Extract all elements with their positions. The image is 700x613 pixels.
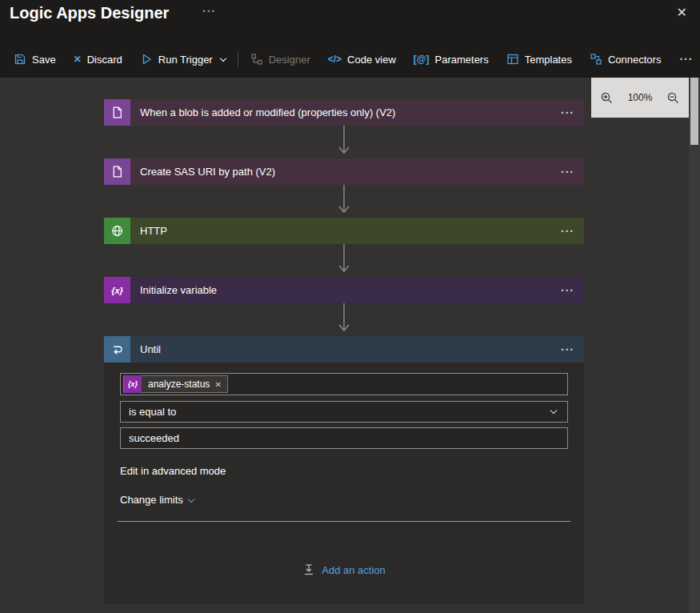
connector-arrow <box>337 185 351 218</box>
discard-button[interactable]: ✕ Discard <box>65 46 131 73</box>
designer-label: Designer <box>269 54 310 66</box>
save-label: Save <box>32 54 56 66</box>
canvas-scrollbar[interactable] <box>689 78 700 613</box>
zoom-out-icon <box>666 91 680 105</box>
token-label: analyze-status <box>142 379 214 390</box>
card-menu-button[interactable]: ··· <box>551 336 584 363</box>
analyze-status-token[interactable]: {x} analyze-status ✕ <box>123 375 228 393</box>
close-icon[interactable]: ✕ <box>674 3 690 22</box>
run-icon <box>140 53 153 66</box>
templates-button[interactable]: Templates <box>498 46 581 73</box>
parameters-icon: [@] <box>414 54 430 65</box>
chevron-down-icon <box>550 407 557 414</box>
connectors-label: Connectors <box>608 54 661 66</box>
code-view-button[interactable]: </> Code view <box>319 46 405 73</box>
zoom-level: 100% <box>628 92 653 103</box>
connectors-button[interactable]: Connectors <box>581 46 670 73</box>
card-title: When a blob is added or modified (proper… <box>130 99 551 126</box>
card-menu-button[interactable]: ··· <box>551 99 584 126</box>
remove-token-icon[interactable]: ✕ <box>214 380 226 389</box>
connector-arrow <box>337 303 351 336</box>
change-limits-toggle[interactable]: Change limits <box>120 494 194 506</box>
connector-arrow <box>337 126 351 158</box>
designer-icon <box>250 53 263 66</box>
card-title: Until <box>130 336 551 363</box>
toolbar-more-button[interactable]: ··· <box>670 46 700 73</box>
until-body: {x} analyze-status ✕ is equal to Edit in… <box>104 363 584 604</box>
templates-label: Templates <box>525 54 572 66</box>
zoom-out-button[interactable] <box>665 90 682 106</box>
blob-trigger-icon <box>104 99 130 126</box>
run-trigger-button[interactable]: Run Trigger <box>131 46 234 73</box>
zoom-in-icon <box>600 91 614 105</box>
card-title: Create SAS URI by path (V2) <box>130 158 551 185</box>
http-globe-icon <box>104 218 130 244</box>
discard-icon: ✕ <box>74 54 82 65</box>
zoom-panel: 100% <box>591 78 689 118</box>
condition-value-input[interactable] <box>120 427 568 449</box>
titlebar-more-button[interactable]: ··· <box>202 5 216 18</box>
card-header: Until ··· <box>104 336 584 363</box>
change-limits-label: Change limits <box>120 494 183 506</box>
add-action-icon <box>302 563 315 576</box>
chevron-down-icon <box>188 495 194 502</box>
workflow-card-create-sas-uri[interactable]: Create SAS URI by path (V2) ··· <box>104 158 584 185</box>
command-bar: Save ✕ Discard Run Trigger Designer </> … <box>5 46 700 73</box>
card-menu-button[interactable]: ··· <box>551 218 584 244</box>
workflow-card-blob-trigger[interactable]: When a blob is added or modified (proper… <box>104 99 584 126</box>
parameters-label: Parameters <box>435 54 489 66</box>
page-title: Logic Apps Designer <box>10 4 169 22</box>
code-view-label: Code view <box>347 54 396 66</box>
card-title: Initialize variable <box>130 277 551 303</box>
card-header: HTTP ··· <box>104 218 584 244</box>
toolbar-divider <box>238 51 238 67</box>
blob-action-icon <box>104 158 130 185</box>
workflow-card-until[interactable]: Until ··· {x} analyze-status ✕ is equal … <box>104 336 584 604</box>
variable-glyph: {x} <box>111 286 123 295</box>
until-loop-icon <box>104 336 130 363</box>
connectors-icon <box>590 53 602 66</box>
until-divider <box>118 521 570 522</box>
topbar: Logic Apps Designer ··· ✕ Save ✕ Discard… <box>0 0 700 78</box>
chevron-down-icon <box>219 54 226 61</box>
workflow-card-initialize-variable[interactable]: {x} Initialize variable ··· <box>104 277 584 303</box>
discard-label: Discard <box>87 54 122 66</box>
connector-arrow <box>337 244 351 277</box>
scrollbar-thumb[interactable] <box>690 78 698 145</box>
save-button[interactable]: Save <box>5 46 65 73</box>
operator-value: is equal to <box>129 406 176 418</box>
zoom-in-button[interactable] <box>598 90 615 106</box>
designer-canvas[interactable]: 100% When a blob is added or modified (p… <box>0 78 700 613</box>
variable-token-icon: {x} <box>124 375 142 393</box>
condition-token-field[interactable]: {x} analyze-status ✕ <box>120 373 568 395</box>
card-title: HTTP <box>130 218 551 244</box>
card-menu-button[interactable]: ··· <box>551 158 584 185</box>
card-header: {x} Initialize variable ··· <box>104 277 584 303</box>
card-header: Create SAS URI by path (V2) ··· <box>104 158 584 185</box>
edit-advanced-mode-link[interactable]: Edit in advanced mode <box>120 465 226 477</box>
add-action-button[interactable]: Add an action <box>120 563 568 576</box>
operator-select[interactable]: is equal to <box>120 401 568 423</box>
parameters-button[interactable]: [@] Parameters <box>405 46 498 73</box>
run-trigger-label: Run Trigger <box>158 54 213 66</box>
workflow-card-http[interactable]: HTTP ··· <box>104 218 584 244</box>
templates-icon <box>506 53 519 66</box>
variable-icon: {x} <box>104 277 130 303</box>
save-icon <box>14 53 26 66</box>
add-action-label: Add an action <box>322 564 386 576</box>
card-menu-button[interactable]: ··· <box>551 277 584 303</box>
code-view-icon: </> <box>328 54 342 65</box>
designer-button[interactable]: Designer <box>242 46 319 73</box>
card-header: When a blob is added or modified (proper… <box>104 99 584 126</box>
